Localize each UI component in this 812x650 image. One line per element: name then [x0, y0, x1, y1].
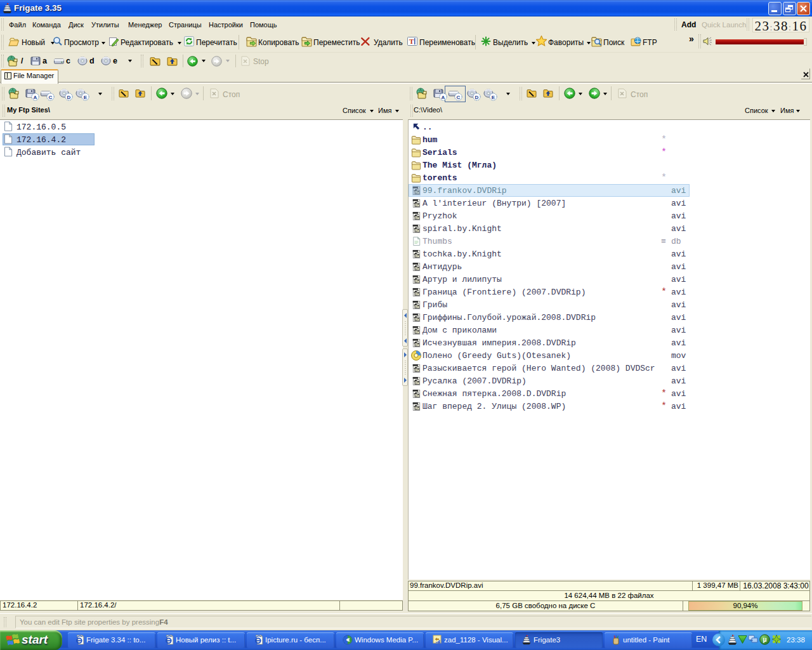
svg-text:E: E: [492, 95, 495, 100]
svg-text:D: D: [475, 95, 479, 100]
svg-text:C: C: [457, 95, 461, 100]
svg-text:μ: μ: [763, 636, 766, 643]
svg-text:A: A: [442, 95, 445, 100]
svg-text:D: D: [67, 95, 71, 100]
svg-text:E: E: [84, 95, 88, 100]
svg-text:A: A: [34, 95, 37, 100]
svg-text:C: C: [49, 95, 53, 100]
